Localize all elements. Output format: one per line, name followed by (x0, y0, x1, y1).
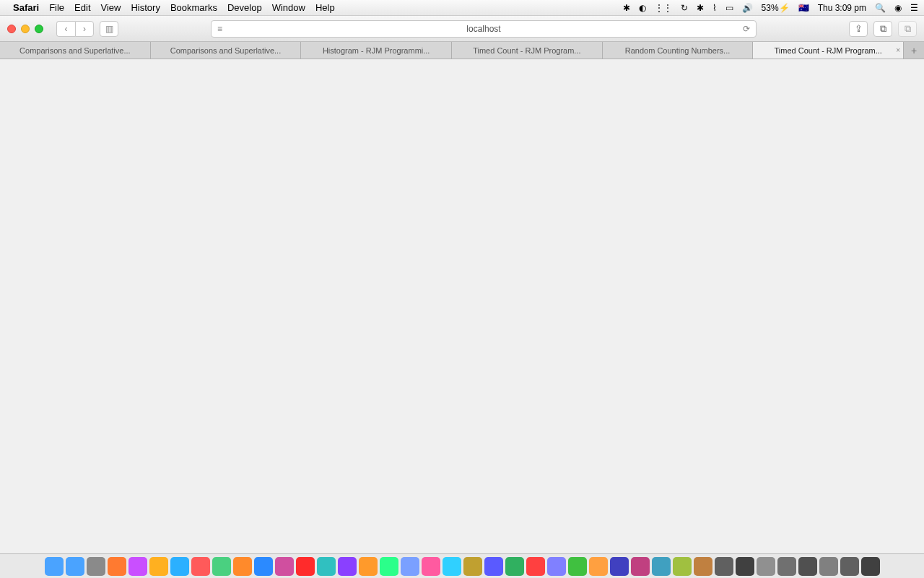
window-controls (7, 25, 43, 33)
dock-app-icon[interactable] (66, 557, 84, 576)
tab-strip: Comparisons and Superlative...Comparison… (0, 42, 924, 59)
dock-app-icon[interactable] (275, 557, 294, 576)
browser-tab[interactable]: Timed Count - RJM Program... (452, 42, 603, 59)
menu-develop[interactable]: Develop (227, 2, 262, 13)
clock[interactable]: Thu 3:09 pm (818, 3, 866, 13)
browser-tab[interactable]: Random Counting Numbers... (603, 42, 754, 59)
dock-app-icon[interactable] (861, 557, 880, 576)
menu-bookmarks[interactable]: Bookmarks (170, 2, 217, 13)
dock-app-icon[interactable] (694, 557, 712, 576)
new-tab-button[interactable]: ⧉ (898, 21, 917, 37)
reader-icon[interactable]: ≡ (217, 24, 222, 34)
siri-icon[interactable]: ◉ (894, 3, 902, 13)
status-icon[interactable]: ◐ (639, 3, 646, 13)
dock-app-icon[interactable] (233, 557, 252, 576)
browser-tab[interactable]: Timed Count - RJM Program...× (753, 42, 904, 59)
dock-app-icon[interactable] (568, 557, 587, 576)
notifications-icon[interactable]: ☰ (910, 3, 918, 13)
dock-app-icon[interactable] (149, 557, 168, 576)
dock-app-icon[interactable] (87, 557, 105, 576)
address-text: localhost (466, 24, 500, 34)
dock-app-icon[interactable] (505, 557, 524, 576)
dock-app-icon[interactable] (589, 557, 608, 576)
dock-app-icon[interactable] (673, 557, 692, 576)
dock-app-icon[interactable] (610, 557, 629, 576)
reload-icon[interactable]: ⟳ (743, 24, 750, 34)
dock-app-icon[interactable] (128, 557, 147, 576)
sidebar-button[interactable]: ▥ (100, 21, 118, 37)
dock-app-icon[interactable] (798, 557, 817, 576)
dock (0, 553, 924, 578)
zoom-window-button[interactable] (35, 25, 43, 33)
dock-app-icon[interactable] (757, 557, 775, 576)
menu-view[interactable]: View (101, 2, 121, 13)
battery-status[interactable]: 53% ⚡ (762, 3, 790, 13)
dock-app-icon[interactable] (359, 557, 378, 576)
browser-tab[interactable]: Comparisons and Superlative... (0, 42, 151, 59)
display-icon[interactable]: ▭ (725, 3, 733, 13)
spotlight-icon[interactable]: 🔍 (875, 3, 886, 13)
status-icon[interactable]: ✱ (623, 3, 630, 13)
wifi-icon[interactable]: ⌇ (712, 3, 717, 13)
menu-bar: Safari File Edit View History Bookmarks … (0, 0, 924, 16)
flag-icon[interactable]: 🇦🇺 (798, 3, 809, 13)
dock-app-icon[interactable] (463, 557, 482, 576)
dock-app-icon[interactable] (840, 557, 859, 576)
dock-app-icon[interactable] (652, 557, 671, 576)
dock-app-icon[interactable] (631, 557, 650, 576)
bluetooth-icon[interactable]: ✱ (697, 3, 704, 13)
dock-app-icon[interactable] (443, 557, 461, 576)
menu-history[interactable]: History (131, 2, 160, 13)
tabs-button[interactable]: ⧉ (873, 21, 892, 37)
dock-app-icon[interactable] (736, 557, 754, 576)
status-icon[interactable]: ⋮⋮ (655, 3, 672, 13)
dock-app-icon[interactable] (170, 557, 189, 576)
dock-app-icon[interactable] (212, 557, 231, 576)
dock-app-icon[interactable] (338, 557, 357, 576)
status-icon[interactable]: ↻ (681, 3, 688, 13)
dock-app-icon[interactable] (191, 557, 210, 576)
app-name[interactable]: Safari (13, 2, 39, 13)
dock-app-icon[interactable] (45, 557, 64, 576)
forward-button[interactable]: › (75, 21, 94, 37)
menu-window[interactable]: Window (272, 2, 305, 13)
dock-app-icon[interactable] (422, 557, 440, 576)
dock-app-icon[interactable] (401, 557, 419, 576)
dock-app-icon[interactable] (254, 557, 273, 576)
menu-file[interactable]: File (49, 2, 64, 13)
dock-app-icon[interactable] (296, 557, 315, 576)
dock-app-icon[interactable] (715, 557, 733, 576)
close-tab-icon[interactable]: × (896, 46, 900, 54)
back-button[interactable]: ‹ (56, 21, 75, 37)
address-bar[interactable]: ≡ localhost ⟳ (211, 20, 757, 38)
dock-app-icon[interactable] (380, 557, 398, 576)
browser-toolbar: ‹ › ▥ ≡ localhost ⟳ ⇪ ⧉ ⧉ (0, 16, 924, 42)
browser-tab[interactable]: Comparisons and Superlative... (151, 42, 302, 59)
share-button[interactable]: ⇪ (849, 21, 868, 37)
close-window-button[interactable] (7, 25, 16, 33)
menu-edit[interactable]: Edit (74, 2, 90, 13)
dock-app-icon[interactable] (526, 557, 545, 576)
dock-app-icon[interactable] (317, 557, 336, 576)
menu-help[interactable]: Help (315, 2, 335, 13)
volume-icon[interactable]: 🔊 (742, 3, 753, 13)
dock-app-icon[interactable] (547, 557, 566, 576)
dock-app-icon[interactable] (108, 557, 126, 576)
dock-app-icon[interactable] (777, 557, 796, 576)
browser-window: ‹ › ▥ ≡ localhost ⟳ ⇪ ⧉ ⧉ Comparisons an… (0, 16, 924, 59)
browser-tab[interactable]: Histogram - RJM Programmi... (301, 42, 452, 59)
minimize-window-button[interactable] (21, 25, 30, 33)
new-tab-button[interactable]: + (904, 42, 924, 59)
dock-app-icon[interactable] (484, 557, 503, 576)
dock-app-icon[interactable] (819, 557, 838, 576)
